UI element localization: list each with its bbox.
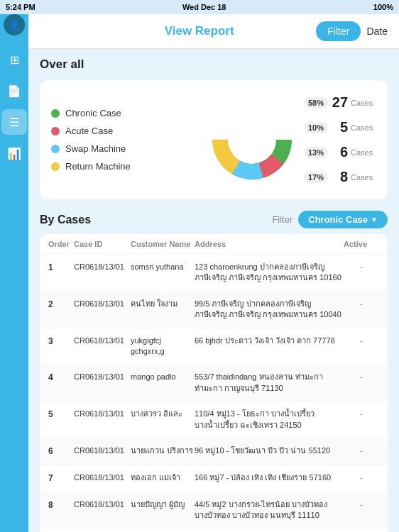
cell-address: 110/4 หมู่13 - โยธะกา บางน้ำเปรี้ยว บางน… [195, 409, 344, 431]
filter-button[interactable]: Filter [316, 21, 361, 41]
table-row[interactable]: 5 CR0618/13/01 บางสวรว อิและ 110/4 หมู่1… [40, 401, 388, 438]
cell-address: 166 หมู่7 - ปล้อง เทิง เทิง เชียงราย 571… [195, 472, 344, 483]
stat-label-swap: Cases [351, 148, 373, 157]
charts-icon: 📊 [7, 147, 21, 160]
table-row[interactable]: 3 CR0618/13/01 yukgigfcj gchgxrx,g 66 bj… [40, 328, 388, 365]
dashboard-icon: ⊞ [10, 53, 19, 67]
menu-icon: ☰ [9, 116, 19, 129]
cell-caseid: CR0618/13/01 [74, 409, 131, 419]
sidebar-item-menu[interactable]: ☰ [1, 109, 27, 135]
cell-customer: somsri yuthana [131, 262, 195, 272]
cell-caseid: CR0618/13/01 [74, 262, 131, 272]
legend: Chronic Case Acute Case Swap Machine Ret… [51, 108, 206, 172]
filter-label: Filter [272, 214, 293, 225]
swap-dot [51, 145, 60, 153]
sidebar-item-dashboard[interactable]: ⊞ [1, 47, 27, 72]
cell-active: - [344, 372, 379, 382]
donut-chart [206, 94, 298, 186]
stat-num-swap: 6 [331, 144, 348, 160]
cell-caseid: CR0618/13/01 [74, 372, 131, 382]
cell-address: 123 charoenkrung ปากคลองภาษีเจริญ ภาษีเจ… [195, 262, 344, 284]
col-customer: Customer Name [131, 240, 195, 248]
cell-customer: mango padlo [131, 372, 195, 382]
chronic-dot [51, 109, 60, 118]
avatar: 👤 [4, 14, 25, 35]
content-area: Over all Chronic Case Acute Case Swap Ma… [28, 49, 399, 532]
sidebar-item-charts[interactable]: 📊 [1, 140, 27, 166]
chronic-case-filter-button[interactable]: Chronic Case ▼ [298, 211, 388, 228]
table-row[interactable]: 9 CR0618/13/01 laong 7/236 หมู่ สีลม บาง… [40, 528, 388, 532]
cell-order: 3 [48, 336, 74, 348]
cell-active: - [344, 472, 379, 483]
col-address: Address [195, 240, 344, 248]
cell-order: 5 [48, 409, 74, 421]
header: View Report Filter Date [28, 14, 399, 49]
status-bar: 5:24 PM Wed Dec 18 100% [0, 0, 399, 14]
stat-pct-acute: 10% [304, 122, 328, 133]
stat-pct-chronic: 58% [304, 97, 328, 109]
stat-num-acute: 5 [331, 119, 348, 135]
cell-caseid: CR0618/13/01 [74, 499, 131, 510]
return-dot [51, 162, 60, 171]
cell-active: - [344, 262, 379, 272]
stat-num-chronic: 27 [331, 94, 348, 111]
cases-table: Order Case ID Customer Name Address Acti… [40, 234, 388, 532]
cell-customer: นายปัญญา ผู้มัญ [131, 499, 195, 510]
cell-address: 44/5 หมู่2 บางกรวย-ไทรน้อย บางบัวทอง บาง… [195, 499, 344, 521]
by-cases-controls: Filter Chronic Case ▼ [272, 211, 388, 228]
cell-order: 1 [48, 262, 74, 274]
stat-label-acute: Cases [351, 123, 373, 132]
cell-order: 7 [48, 472, 74, 484]
stat-row-return: 17% 8 Cases [304, 166, 376, 188]
acute-label: Acute Case [65, 126, 113, 136]
cell-customer: นายแกวน ปริงการ [131, 445, 195, 456]
header-actions: Filter Date [316, 21, 388, 41]
sidebar-item-reports[interactable]: 📄 [1, 78, 27, 104]
stat-label-return: Cases [351, 173, 373, 182]
cell-caseid: CR0618/13/01 [74, 445, 131, 456]
stat-row-chronic: 58% 27 Cases [304, 92, 376, 113]
table-row[interactable]: 6 CR0618/13/01 นายแกวน ปริงการ 96 หมู่10… [40, 438, 388, 465]
donut-center [231, 118, 273, 161]
date-button[interactable]: Date [366, 26, 388, 37]
table-body: 1 CR0618/13/01 somsri yuthana 123 charoe… [40, 255, 388, 532]
table-row[interactable]: 1 CR0618/13/01 somsri yuthana 123 charoe… [40, 255, 388, 292]
cell-order: 8 [48, 499, 74, 511]
chronic-filter-label: Chronic Case [308, 214, 368, 225]
col-order: Order [48, 240, 74, 248]
legend-item-swap: Swap Machine [51, 143, 206, 154]
cell-customer: คนไทย ใจงาม [131, 299, 195, 309]
cell-order: 2 [48, 299, 74, 311]
cell-customer: ทองเอก แม่เจ้า [131, 472, 195, 483]
main-content: 5:24 PM Wed Dec 18 100% View Report Filt… [28, 14, 399, 532]
col-caseid: Case ID [74, 240, 131, 248]
stat-pct-return: 17% [304, 172, 328, 183]
acute-dot [51, 127, 60, 135]
status-day: Wed Dec 18 [182, 3, 226, 11]
legend-item-return: Return Machine [51, 161, 206, 172]
cell-order: 4 [48, 372, 74, 384]
cell-address: 99/5 ภาษีเจริญ ปากคลองภาษีเจริญ ภาษีเจริ… [195, 299, 344, 321]
cell-address: 66 bjhdr ประตาว วังเจ้า วังเจ้า ตาก 7777… [195, 336, 344, 346]
legend-item-acute: Acute Case [51, 126, 206, 136]
by-cases-title: By Cases [40, 214, 91, 226]
stat-label-chronic: Cases [351, 99, 373, 107]
stats-column: 58% 27 Cases 10% 5 Cases 13% 6 Cases 17%… [298, 92, 376, 188]
cell-customer: บางสวรว อิและ [131, 409, 195, 419]
stat-num-return: 8 [331, 169, 348, 185]
table-row[interactable]: 7 CR0618/13/01 ทองเอก แม่เจ้า 166 หมู่7 … [40, 465, 388, 492]
status-time: 5:24 PM [6, 3, 35, 11]
table-row[interactable]: 4 CR0618/13/01 mango padlo 553/7 thaidin… [40, 365, 388, 401]
chronic-label: Chronic Case [65, 108, 121, 118]
overall-card: Chronic Case Acute Case Swap Machine Ret… [40, 80, 388, 199]
page-title: View Report [82, 24, 316, 38]
table-header: Order Case ID Customer Name Address Acti… [40, 234, 388, 255]
cell-active: - [344, 409, 379, 419]
cell-address: 553/7 thaidindang หนองลาน ท่ามะกา ท่ามะก… [195, 372, 344, 394]
sidebar: 👤 ⊞ 📄 ☰ 📊 [0, 0, 28, 532]
by-cases-header: By Cases Filter Chronic Case ▼ [40, 211, 388, 228]
cell-caseid: CR0618/13/01 [74, 299, 131, 309]
table-row[interactable]: 2 CR0618/13/01 คนไทย ใจงาม 99/5 ภาษีเจริ… [40, 292, 388, 328]
table-row[interactable]: 8 CR0618/13/01 นายปัญญา ผู้มัญ 44/5 หมู่… [40, 492, 388, 529]
swap-label: Swap Machine [65, 143, 126, 154]
